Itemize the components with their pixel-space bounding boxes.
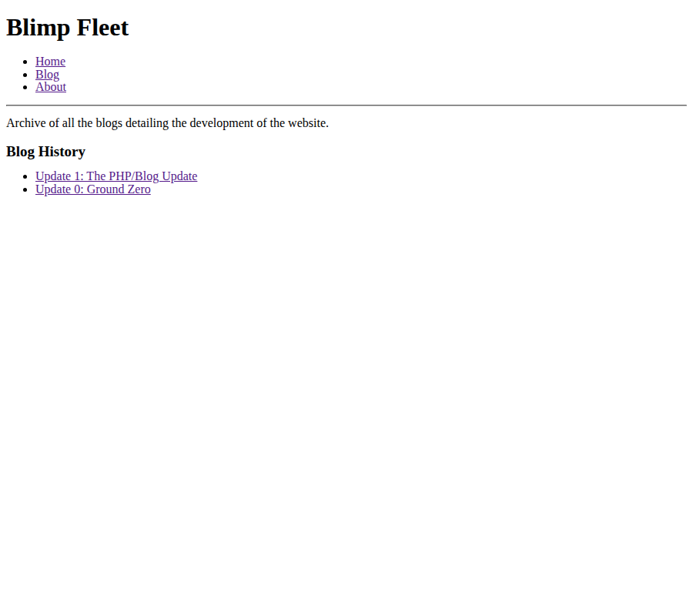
main-nav: Home Blog About (6, 55, 687, 94)
section-heading-blog-history: Blog History (6, 143, 687, 160)
post-list-item: Update 0: Ground Zero (35, 183, 687, 196)
post-link-update-0[interactable]: Update 0: Ground Zero (35, 182, 151, 196)
nav-link-home[interactable]: Home (35, 55, 65, 68)
intro-text: Archive of all the blogs detailing the d… (6, 116, 687, 130)
nav-item-blog: Blog (35, 69, 687, 82)
nav-item-about: About (35, 81, 687, 94)
page-title: Blimp Fleet (6, 13, 687, 42)
nav-list: Home Blog About (6, 55, 687, 94)
nav-link-blog[interactable]: Blog (35, 68, 59, 81)
main-content: Archive of all the blogs detailing the d… (6, 116, 687, 196)
nav-link-about[interactable]: About (35, 80, 66, 93)
post-list-item: Update 1: The PHP/Blog Update (35, 170, 687, 183)
header-divider (6, 105, 687, 106)
post-link-update-1[interactable]: Update 1: The PHP/Blog Update (35, 169, 197, 182)
post-list: Update 1: The PHP/Blog Update Update 0: … (6, 170, 687, 196)
page-header: Blimp Fleet Home Blog About (6, 13, 687, 94)
nav-item-home: Home (35, 55, 687, 69)
